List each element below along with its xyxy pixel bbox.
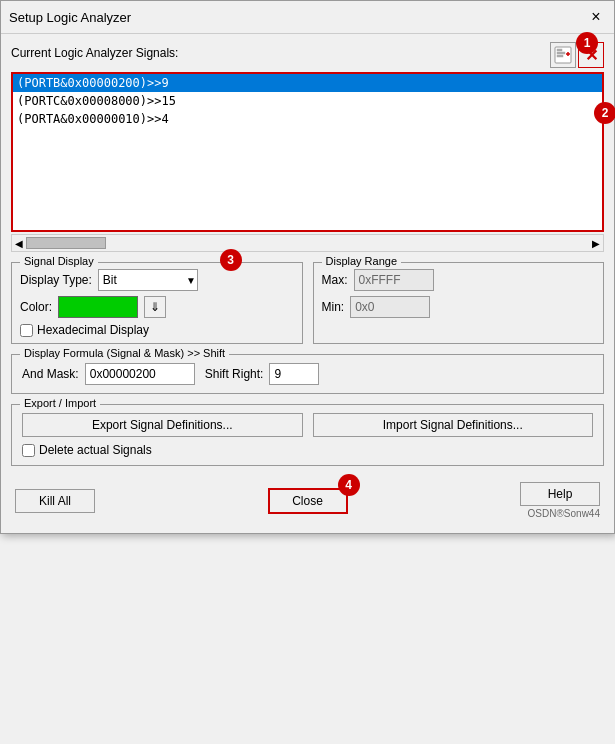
formula-legend: Display Formula (Signal & Mask) >> Shift [20, 347, 229, 359]
badge-3: 3 [220, 249, 242, 271]
badge-1: 1 [576, 32, 598, 54]
delete-row: Delete actual Signals [22, 443, 593, 457]
max-label: Max: [322, 273, 348, 287]
help-button[interactable]: Help [520, 482, 600, 506]
display-type-label: Display Type: [20, 273, 92, 287]
export-section: Export / Import Export Signal Definition… [11, 404, 604, 466]
export-legend: Export / Import [20, 397, 100, 409]
shift-right-field: Shift Right: [205, 363, 320, 385]
display-range-group: Display Range Max: Min: [313, 262, 605, 344]
min-label: Min: [322, 300, 345, 314]
signal-display-group: Signal Display 3 Display Type: Bit Integ… [11, 262, 303, 344]
formula-row: And Mask: Shift Right: [22, 363, 593, 385]
display-type-select[interactable]: Bit Integer Hex [98, 269, 198, 291]
display-type-wrapper: Bit Integer Hex ▼ [98, 269, 198, 291]
hex-display-label: Hexadecimal Display [37, 323, 149, 337]
signals-list[interactable]: (PORTB&0x00000200)>>9 (PORTC&0x00008000)… [11, 72, 604, 232]
signal-display-legend: Signal Display [20, 255, 98, 267]
title-bar: Setup Logic Analyzer × [1, 1, 614, 34]
svg-rect-2 [557, 52, 565, 54]
export-signal-button[interactable]: Export Signal Definitions... [22, 413, 303, 437]
signals-label: Current Logic Analyzer Signals: [11, 46, 178, 60]
hex-display-row: Hexadecimal Display [20, 323, 294, 337]
hex-display-checkbox[interactable] [20, 324, 33, 337]
scrollbar-thumb[interactable] [26, 237, 106, 249]
signal-item-1[interactable]: (PORTC&0x00008000)>>15 [13, 92, 602, 110]
close-button[interactable]: × [586, 7, 606, 27]
display-type-row: Display Type: Bit Integer Hex ▼ [20, 269, 294, 291]
and-mask-label: And Mask: [22, 367, 79, 381]
osdn-text: OSDN®Sonw44 [528, 508, 600, 519]
formula-section: Display Formula (Signal & Mask) >> Shift… [11, 354, 604, 394]
kill-all-button[interactable]: Kill All [15, 489, 95, 513]
main-content: 1 Current Logic Analyzer Signals: [1, 34, 614, 533]
badge-4: 4 [338, 474, 360, 496]
close-main-button[interactable]: Close [268, 488, 348, 514]
signal-item-2[interactable]: (PORTA&0x00000010)>>4 [13, 110, 602, 128]
max-input[interactable] [354, 269, 434, 291]
color-picker-button[interactable] [58, 296, 138, 318]
badge-2: 2 [594, 102, 615, 124]
display-range-legend: Display Range [322, 255, 402, 267]
and-mask-input[interactable] [85, 363, 195, 385]
signals-area: 1 Current Logic Analyzer Signals: [11, 42, 604, 252]
dialog: Setup Logic Analyzer × 1 Current Logic A… [0, 0, 615, 534]
color-download-button[interactable]: ⇓ [144, 296, 166, 318]
dialog-title: Setup Logic Analyzer [9, 10, 131, 25]
delete-label: Delete actual Signals [39, 443, 152, 457]
min-row: Min: [322, 296, 596, 318]
color-label: Color: [20, 300, 52, 314]
max-row: Max: [322, 269, 596, 291]
shift-right-label: Shift Right: [205, 367, 264, 381]
shift-right-input[interactable] [269, 363, 319, 385]
signals-header: Current Logic Analyzer Signals: [11, 42, 604, 68]
export-buttons-row: Export Signal Definitions... Import Sign… [22, 413, 593, 437]
svg-rect-1 [557, 49, 562, 51]
scroll-left-arrow[interactable]: ◀ [12, 238, 26, 249]
scroll-right-arrow[interactable]: ▶ [589, 238, 603, 249]
min-input[interactable] [350, 296, 430, 318]
delete-checkbox[interactable] [22, 444, 35, 457]
color-row: Color: ⇓ [20, 296, 294, 318]
and-mask-field: And Mask: [22, 363, 195, 385]
bottom-row: Kill All 4 Close Help OSDN®Sonw44 [11, 476, 604, 525]
svg-rect-3 [557, 55, 563, 57]
signal-item-0[interactable]: (PORTB&0x00000200)>>9 [13, 74, 602, 92]
import-signal-button[interactable]: Import Signal Definitions... [313, 413, 594, 437]
